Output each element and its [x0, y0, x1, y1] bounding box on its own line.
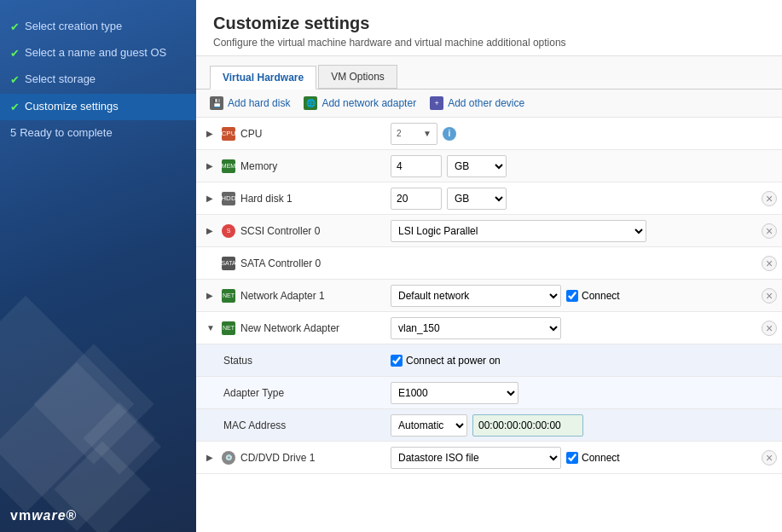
cpu-row: ▶ CPU CPU 2 ▼ i: [196, 118, 782, 150]
add-other-device-button[interactable]: + Add other device: [430, 96, 524, 110]
scsi-type-select[interactable]: LSI Logic Parallel LSI Logic SAS VMware …: [391, 220, 646, 242]
sidebar-item-2[interactable]: ✔ Select a name and guest OS: [0, 40, 196, 66]
cpu-label-cell: ▶ CPU CPU: [196, 122, 384, 146]
sata-controller-row: ▶ SATA SATA Controller 0 ×: [196, 247, 782, 280]
connect-power-on-label: Connect at power on: [391, 355, 501, 367]
cdvd-remove-button[interactable]: ×: [762, 450, 777, 466]
status-label: Status: [223, 355, 252, 367]
sata-remove-button[interactable]: ×: [762, 256, 777, 271]
scsi-actions: ×: [756, 223, 782, 239]
connect-power-on-text: Connect at power on: [406, 355, 501, 367]
sidebar-item-3[interactable]: ✔ Select storage: [0, 66, 196, 93]
new-net-adapter-expand-icon[interactable]: ▼: [206, 323, 217, 333]
page-subtitle: Configure the virtual machine hardware a…: [213, 37, 765, 49]
sidebar-item-1[interactable]: ✔ Select creation type: [0, 14, 196, 40]
memory-input[interactable]: [391, 155, 442, 177]
adapter-type-label-cell: Adapter Type: [196, 382, 384, 404]
cpu-label: CPU: [240, 128, 262, 140]
step-num-5: 5: [10, 125, 16, 141]
sidebar-item-4[interactable]: ✔ Customize settings: [0, 94, 196, 120]
cdvd-row: ▶ 💿 CD/DVD Drive 1 Datastore ISO file Ho…: [196, 442, 782, 474]
net-adapter1-label: Network Adapter 1: [240, 290, 325, 302]
hard-disk-value-cell: MB GB TB: [384, 184, 756, 213]
memory-icon: MEM: [222, 159, 235, 173]
add-hard-disk-button[interactable]: 💾 Add hard disk: [210, 96, 290, 110]
tab-bar: Virtual Hardware VM Options: [196, 56, 782, 90]
sidebar-step-4-label: Customize settings: [25, 99, 119, 114]
status-value-cell: Connect at power on: [384, 351, 756, 370]
sidebar-step-1-label: Select creation type: [25, 19, 122, 34]
cdvd-expand-icon[interactable]: ▶: [206, 453, 217, 463]
network-adapter1-row: ▶ NET Network Adapter 1 Default network …: [196, 280, 782, 312]
hardware-toolbar: 💾 Add hard disk 🌐 Add network adapter + …: [196, 90, 782, 118]
hard-disk-label: Hard disk 1: [240, 193, 293, 205]
tab-virtual-hardware[interactable]: Virtual Hardware: [210, 66, 316, 90]
hard-disk-expand-icon[interactable]: ▶: [206, 194, 217, 204]
status-row: Status Connect at power on: [196, 344, 782, 377]
mac-value-cell: Automatic Manual: [384, 411, 756, 440]
sidebar-item-5[interactable]: 5 Ready to complete: [0, 120, 196, 146]
cdvd-label: CD/DVD Drive 1: [240, 452, 315, 464]
sidebar: ✔ Select creation type ✔ Select a name a…: [0, 0, 196, 532]
cpu-count-dropdown[interactable]: 2 ▼: [391, 123, 437, 145]
add-hard-disk-label: Add hard disk: [228, 97, 290, 109]
net-adapter1-remove-button[interactable]: ×: [762, 288, 777, 304]
net-adapter1-icon: NET: [222, 289, 235, 303]
tab-vm-options[interactable]: VM Options: [318, 65, 397, 89]
add-network-adapter-button[interactable]: 🌐 Add network adapter: [304, 96, 416, 110]
sidebar-nav: ✔ Select creation type ✔ Select a name a…: [0, 0, 196, 159]
net-adapter1-label-cell: ▶ NET Network Adapter 1: [196, 284, 384, 308]
memory-label: Memory: [240, 160, 277, 172]
sidebar-decoration: [0, 276, 196, 532]
scsi-remove-button[interactable]: ×: [762, 223, 777, 239]
cdvd-connect-checkbox[interactable]: [566, 452, 578, 464]
add-net-icon: 🌐: [304, 96, 317, 110]
net-adapter1-connect-checkbox[interactable]: [566, 290, 578, 302]
new-net-adapter-actions: ×: [756, 321, 782, 336]
cdvd-label-cell: ▶ 💿 CD/DVD Drive 1: [196, 446, 384, 470]
cdvd-icon: 💿: [222, 451, 235, 465]
add-other-icon: +: [430, 96, 443, 110]
cdvd-type-select[interactable]: Datastore ISO file Host device Client de…: [391, 447, 561, 469]
new-net-adapter-network-select[interactable]: Default network vlan_100 vlan_150 vlan_2…: [391, 317, 561, 339]
scsi-label: SCSI Controller 0: [240, 225, 320, 237]
sata-actions: ×: [756, 256, 782, 271]
hard-disk-input[interactable]: [391, 188, 442, 210]
check-icon-2: ✔: [10, 46, 20, 61]
cdvd-value-cell: Datastore ISO file Host device Client de…: [384, 443, 756, 472]
mac-address-row: MAC Address Automatic Manual: [196, 409, 782, 442]
adapter-type-row: Adapter Type E1000 E1000e VMXNET 3 VMXNE…: [196, 377, 782, 409]
hard-disk-icon: HDD: [222, 192, 235, 205]
scsi-expand-icon[interactable]: ▶: [206, 226, 217, 236]
adapter-type-select[interactable]: E1000 E1000e VMXNET 3 VMXNET 2: [391, 382, 518, 404]
net-adapter1-value-cell: Default network vlan_100 vlan_150 vlan_2…: [384, 281, 756, 310]
net-adapter1-network-select[interactable]: Default network vlan_100 vlan_150 vlan_2…: [391, 285, 561, 307]
mac-method-select[interactable]: Automatic Manual: [391, 414, 467, 437]
net-adapter1-connect-text: Connect: [582, 290, 620, 302]
sata-value-cell: [384, 260, 756, 267]
memory-expand-icon[interactable]: ▶: [206, 161, 217, 171]
scsi-controller-row: ▶ S SCSI Controller 0 LSI Logic Parallel…: [196, 215, 782, 247]
cpu-expand-icon[interactable]: ▶: [206, 129, 217, 139]
scsi-value-cell: LSI Logic Parallel LSI Logic SAS VMware …: [384, 217, 756, 246]
memory-value-cell: MB GB: [384, 152, 756, 181]
sidebar-step-2-label: Select a name and guest OS: [25, 45, 166, 61]
new-net-adapter-value-cell: Default network vlan_100 vlan_150 vlan_2…: [384, 314, 756, 343]
cpu-info-icon[interactable]: i: [443, 127, 456, 141]
mac-address-input[interactable]: [472, 414, 583, 437]
sata-icon: SATA: [222, 257, 235, 270]
cdvd-connect-label: Connect: [566, 452, 620, 464]
new-net-adapter-remove-button[interactable]: ×: [762, 321, 777, 336]
hard-disk-remove-button[interactable]: ×: [762, 191, 777, 206]
main-content: Customize settings Configure the virtual…: [196, 0, 782, 532]
net-adapter1-actions: ×: [756, 288, 782, 304]
mac-label: MAC Address: [223, 419, 286, 431]
hard-disk-unit-select[interactable]: MB GB TB: [447, 188, 507, 210]
connect-power-on-checkbox[interactable]: [391, 355, 403, 367]
scsi-label-cell: ▶ S SCSI Controller 0: [196, 219, 384, 243]
check-icon-3: ✔: [10, 72, 20, 88]
memory-unit-select[interactable]: MB GB: [447, 155, 507, 177]
net-adapter1-connect-label: Connect: [566, 290, 620, 302]
net-adapter1-expand-icon[interactable]: ▶: [206, 291, 217, 301]
sidebar-step-3-label: Select storage: [25, 72, 96, 87]
